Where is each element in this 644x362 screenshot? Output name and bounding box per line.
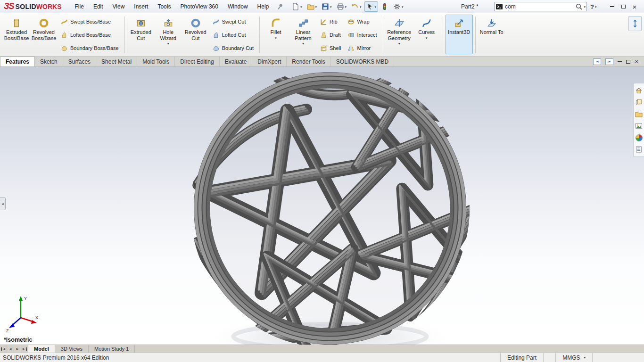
fillet-flyout-icon[interactable]: ▾ [275,36,277,40]
linear-pattern-button[interactable]: Linear Pattern▾ [289,15,317,54]
search-input[interactable] [503,3,575,10]
boundary-boss-base-button[interactable]: Boundary Boss/Base [58,42,121,54]
new-document-button[interactable]: ▾ [290,1,304,12]
menu-edit[interactable]: Edit [89,0,108,13]
task-pane-button[interactable] [628,16,642,31]
featuremanager-flyout-tab[interactable]: ◂ [0,197,6,210]
tab-sheet-metal[interactable]: Sheet Metal [96,57,137,66]
magnifier-icon[interactable] [575,3,583,10]
revolved-cut-button[interactable]: Revolved Cut [182,15,209,54]
nav-previous-button[interactable]: ◄ [7,345,14,353]
save-button[interactable]: ▾ [320,1,334,12]
normal-to-icon [487,17,497,29]
help-button[interactable]: ? ▾ [590,0,596,13]
menu-file[interactable]: File [70,0,89,13]
new-document-dropdown-icon[interactable]: ▾ [300,5,302,8]
normal-to-button[interactable]: Normal To [478,15,505,54]
maximize-icon [621,5,626,8]
file-explorer-tab[interactable] [635,109,644,119]
menu-photoview-360[interactable]: PhotoView 360 [175,0,223,13]
rebuild-button[interactable] [379,1,390,12]
nav-last-button[interactable]: ► [21,345,28,353]
window-close-button[interactable]: × [629,1,640,12]
wrap-button[interactable]: Wrap [345,16,372,28]
hole-wizard-flyout-icon[interactable]: ▾ [167,42,169,45]
tab-motion-study-1[interactable]: Motion Study 1 [89,345,135,353]
hole-wizard-button[interactable]: Hole Wizard▾ [155,15,182,54]
draft-button[interactable]: Draft [318,29,343,41]
options-dropdown-icon[interactable]: ▾ [402,5,404,8]
curves-flyout-icon[interactable]: ▾ [426,36,428,40]
undo-button[interactable]: ▾ [349,1,363,12]
doc-close-button[interactable]: × [635,58,638,65]
window-minimize-button[interactable] [606,1,618,12]
tab-sketch[interactable]: Sketch [35,57,63,66]
window-maximize-button[interactable] [618,1,629,12]
extruded-boss-base-button[interactable]: Extruded Boss/Base [3,15,30,54]
tab-mold-tools[interactable]: Mold Tools [137,57,175,66]
select-dropdown-icon[interactable]: ▾ [375,5,377,8]
menu-view[interactable]: View [108,0,130,13]
menu-window[interactable]: Window [223,0,253,13]
lofted-boss-base-button[interactable]: Lofted Boss/Base [58,29,113,41]
menu-help[interactable]: Help [253,0,274,13]
custom-properties-tab[interactable] [635,144,644,155]
logo-solid-text: SOLID [16,3,36,10]
tab-model[interactable]: Model [28,345,55,353]
tab-surfaces[interactable]: Surfaces [63,57,96,66]
doc-next-button[interactable]: ▸ [605,58,613,65]
revolved-boss-base-button[interactable]: Revolved Boss/Base [30,15,58,54]
nav-first-button[interactable]: ◄ [0,345,7,353]
linear-pattern-flyout-icon[interactable]: ▾ [302,42,304,45]
design-library-tab[interactable] [635,97,644,107]
doc-restore-button[interactable] [626,60,630,64]
tab-3d-views[interactable]: 3D Views [55,345,89,353]
tab-render-tools[interactable]: Render Tools [287,57,331,66]
menu-tools[interactable]: Tools [153,0,175,13]
instant3d-button[interactable]: Instant3D [446,15,473,54]
units-selector[interactable]: MMGS ▾ [555,353,592,362]
help-dropdown-icon[interactable]: ▾ [595,5,597,8]
doc-previous-button[interactable]: ◂ [593,58,601,65]
undo-dropdown-icon[interactable]: ▾ [360,5,362,8]
tab-features[interactable]: Features [0,57,35,66]
save-dropdown-icon[interactable]: ▾ [330,5,332,8]
extruded-cut-icon [136,17,146,29]
nav-next-button[interactable]: ► [14,345,21,353]
swept-cut-button[interactable]: Swept Cut [210,16,248,28]
swept-boss-base-button[interactable]: Swept Boss/Base [58,16,113,28]
solidworks-resources-tab[interactable] [635,85,644,96]
extruded-cut-button[interactable]: Extruded Cut [127,15,155,54]
graphics-area[interactable]: Y X Z *Isometric ◂ [0,67,644,345]
mirror-button[interactable]: Mirror [345,42,373,54]
rib-button[interactable]: Rib [318,16,340,28]
tab-dimxpert[interactable]: DimXpert [252,57,287,66]
shell-button[interactable]: Shell [318,42,343,54]
pin-toolbar-icon[interactable] [275,1,285,11]
print-dropdown-icon[interactable]: ▾ [345,5,347,8]
tab-evaluate[interactable]: Evaluate [220,57,253,66]
open-button[interactable]: ▾ [305,1,319,12]
options-button[interactable]: ▾ [391,1,405,12]
appearances-tab[interactable] [635,132,644,143]
floppy-icon [322,3,329,10]
view-palette-tab[interactable] [635,121,644,131]
tab-solidworks-mbd[interactable]: SOLIDWORKS MBD [331,57,394,66]
search-dropdown-icon[interactable]: ▾ [584,5,586,8]
select-button[interactable]: ▾ [364,1,379,12]
print-button[interactable]: ▾ [335,1,349,12]
lofted-cut-button[interactable]: Lofted Cut [210,29,248,41]
mirror-label: Mirror [357,45,371,51]
intersect-button[interactable]: Intersect [345,29,379,41]
boundary-cut-button[interactable]: Boundary Cut [210,42,256,54]
open-dropdown-icon[interactable]: ▾ [315,5,317,8]
menu-insert[interactable]: Insert [129,0,153,13]
fillet-button[interactable]: Fillet▾ [262,15,289,54]
model-woven-sphere[interactable] [0,67,644,345]
reference-geometry-flyout-icon[interactable]: ▾ [398,42,400,45]
reference-geometry-button[interactable]: Reference Geometry▾ [386,15,413,54]
tab-direct-editing[interactable]: Direct Editing [175,57,219,66]
units-dropdown-icon[interactable]: ▾ [584,356,586,359]
curves-button[interactable]: Curves▾ [413,15,440,54]
doc-minimize-button[interactable] [618,61,622,62]
